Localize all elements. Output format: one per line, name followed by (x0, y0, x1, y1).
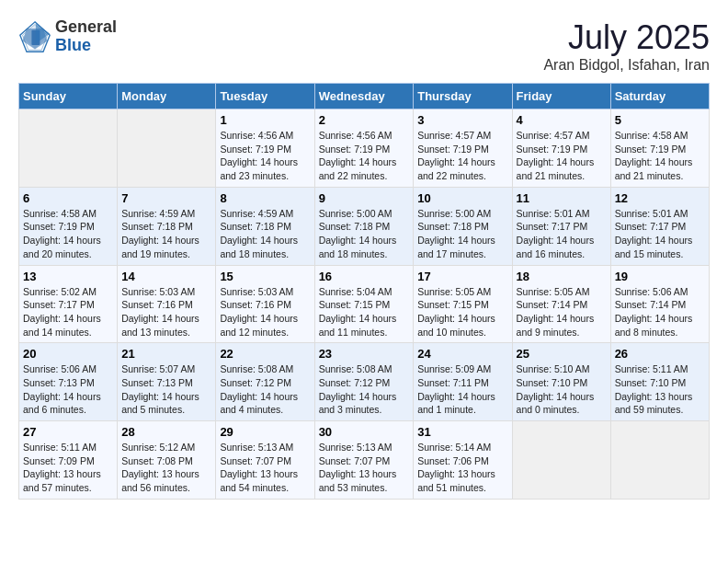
day-number: 18 (517, 270, 607, 283)
header-thursday: Thursday (414, 84, 512, 109)
calendar-cell: 3Sunrise: 4:57 AMSunset: 7:19 PMDaylight… (414, 109, 512, 188)
day-number: 5 (615, 113, 705, 127)
cell-content: Sunrise: 5:04 AMSunset: 7:15 PMDaylight:… (319, 285, 410, 339)
calendar-cell: 5Sunrise: 4:58 AMSunset: 7:19 PMDaylight… (610, 109, 709, 188)
logo: General Blue (18, 18, 117, 55)
day-number: 27 (23, 425, 113, 439)
day-number: 13 (23, 270, 113, 283)
cell-content: Sunrise: 5:08 AMSunset: 7:12 PMDaylight:… (220, 362, 310, 417)
header-tuesday: Tuesday (216, 84, 314, 109)
day-number: 24 (417, 347, 507, 361)
cell-content: Sunrise: 5:07 AMSunset: 7:13 PMDaylight:… (121, 362, 211, 417)
day-number: 7 (121, 191, 211, 205)
calendar-header-row: SundayMondayTuesdayWednesdayThursdayFrid… (19, 84, 710, 109)
day-number: 20 (23, 347, 113, 361)
calendar-cell: 21Sunrise: 5:07 AMSunset: 7:13 PMDayligh… (118, 343, 216, 421)
calendar-cell: 4Sunrise: 4:57 AMSunset: 7:19 PMDaylight… (512, 109, 610, 188)
cell-content: Sunrise: 5:10 AMSunset: 7:10 PMDaylight:… (517, 362, 607, 417)
day-number: 1 (220, 113, 310, 127)
day-number: 9 (319, 191, 410, 205)
calendar-cell: 14Sunrise: 5:03 AMSunset: 7:16 PMDayligh… (118, 265, 216, 343)
cell-content: Sunrise: 5:01 AMSunset: 7:17 PMDaylight:… (615, 207, 705, 261)
calendar-cell: 9Sunrise: 5:00 AMSunset: 7:18 PMDaylight… (314, 187, 414, 265)
header-wednesday: Wednesday (314, 84, 414, 109)
calendar-cell: 25Sunrise: 5:10 AMSunset: 7:10 PMDayligh… (512, 343, 610, 421)
calendar-cell: 28Sunrise: 5:12 AMSunset: 7:08 PMDayligh… (118, 421, 216, 500)
day-number: 11 (517, 191, 607, 205)
cell-content: Sunrise: 5:02 AMSunset: 7:17 PMDaylight:… (23, 285, 113, 339)
calendar-week-row: 20Sunrise: 5:06 AMSunset: 7:13 PMDayligh… (19, 343, 710, 421)
header-sunday: Sunday (19, 84, 118, 109)
title-block: July 2025 Aran Bidgol, Isfahan, Iran (543, 18, 710, 74)
cell-content: Sunrise: 4:57 AMSunset: 7:19 PMDaylight:… (517, 129, 607, 183)
cell-content: Sunrise: 4:56 AMSunset: 7:19 PMDaylight:… (220, 129, 310, 183)
day-number: 8 (220, 191, 310, 205)
calendar-cell: 31Sunrise: 5:14 AMSunset: 7:06 PMDayligh… (414, 421, 512, 500)
calendar-cell (512, 421, 610, 500)
day-number: 2 (319, 113, 410, 127)
cell-content: Sunrise: 5:08 AMSunset: 7:12 PMDaylight:… (319, 362, 410, 417)
calendar-cell: 8Sunrise: 4:59 AMSunset: 7:18 PMDaylight… (216, 187, 314, 265)
calendar-cell: 10Sunrise: 5:00 AMSunset: 7:18 PMDayligh… (414, 187, 512, 265)
calendar-cell: 26Sunrise: 5:11 AMSunset: 7:10 PMDayligh… (610, 343, 709, 421)
cell-content: Sunrise: 5:00 AMSunset: 7:18 PMDaylight:… (417, 207, 507, 261)
day-number: 4 (517, 113, 607, 127)
day-number: 19 (615, 270, 705, 283)
calendar-cell: 23Sunrise: 5:08 AMSunset: 7:12 PMDayligh… (314, 343, 414, 421)
header-friday: Friday (512, 84, 610, 109)
header-saturday: Saturday (610, 84, 709, 109)
calendar-cell: 15Sunrise: 5:03 AMSunset: 7:16 PMDayligh… (216, 265, 314, 343)
logo-text: General Blue (55, 18, 117, 55)
day-number: 30 (319, 425, 410, 439)
cell-content: Sunrise: 5:11 AMSunset: 7:10 PMDaylight:… (615, 362, 705, 417)
cell-content: Sunrise: 5:05 AMSunset: 7:15 PMDaylight:… (417, 285, 507, 339)
day-number: 10 (417, 191, 507, 205)
day-number: 23 (319, 347, 410, 361)
day-number: 28 (121, 425, 211, 439)
cell-content: Sunrise: 5:14 AMSunset: 7:06 PMDaylight:… (417, 441, 507, 495)
calendar-cell: 13Sunrise: 5:02 AMSunset: 7:17 PMDayligh… (19, 265, 118, 343)
calendar-week-row: 27Sunrise: 5:11 AMSunset: 7:09 PMDayligh… (19, 421, 710, 500)
calendar-cell: 19Sunrise: 5:06 AMSunset: 7:14 PMDayligh… (610, 265, 709, 343)
calendar-cell: 24Sunrise: 5:09 AMSunset: 7:11 PMDayligh… (414, 343, 512, 421)
calendar-cell: 30Sunrise: 5:13 AMSunset: 7:07 PMDayligh… (314, 421, 414, 500)
calendar-cell: 7Sunrise: 4:59 AMSunset: 7:18 PMDaylight… (118, 187, 216, 265)
day-number: 25 (517, 347, 607, 361)
day-number: 6 (23, 191, 113, 205)
day-number: 21 (121, 347, 211, 361)
cell-content: Sunrise: 5:03 AMSunset: 7:16 PMDaylight:… (220, 285, 310, 339)
cell-content: Sunrise: 5:06 AMSunset: 7:13 PMDaylight:… (23, 362, 113, 417)
cell-content: Sunrise: 5:05 AMSunset: 7:14 PMDaylight:… (517, 285, 607, 339)
calendar-cell: 1Sunrise: 4:56 AMSunset: 7:19 PMDaylight… (216, 109, 314, 188)
day-number: 14 (121, 270, 211, 283)
page-header: General Blue July 2025 Aran Bidgol, Isfa… (18, 18, 710, 74)
day-number: 16 (319, 270, 410, 283)
calendar-cell (19, 109, 118, 188)
cell-content: Sunrise: 4:59 AMSunset: 7:18 PMDaylight:… (220, 207, 310, 261)
calendar-cell: 16Sunrise: 5:04 AMSunset: 7:15 PMDayligh… (314, 265, 414, 343)
page-title: July 2025 (543, 18, 710, 57)
cell-content: Sunrise: 5:13 AMSunset: 7:07 PMDaylight:… (319, 441, 410, 495)
calendar-cell: 20Sunrise: 5:06 AMSunset: 7:13 PMDayligh… (19, 343, 118, 421)
calendar-cell: 29Sunrise: 5:13 AMSunset: 7:07 PMDayligh… (216, 421, 314, 500)
cell-content: Sunrise: 4:58 AMSunset: 7:19 PMDaylight:… (23, 207, 113, 261)
cell-content: Sunrise: 5:11 AMSunset: 7:09 PMDaylight:… (23, 441, 113, 495)
day-number: 31 (417, 425, 507, 439)
header-monday: Monday (118, 84, 216, 109)
calendar-cell: 18Sunrise: 5:05 AMSunset: 7:14 PMDayligh… (512, 265, 610, 343)
cell-content: Sunrise: 5:01 AMSunset: 7:17 PMDaylight:… (517, 207, 607, 261)
logo-icon (18, 20, 51, 53)
calendar-cell: 17Sunrise: 5:05 AMSunset: 7:15 PMDayligh… (414, 265, 512, 343)
cell-content: Sunrise: 4:58 AMSunset: 7:19 PMDaylight:… (615, 129, 705, 183)
cell-content: Sunrise: 5:03 AMSunset: 7:16 PMDaylight:… (121, 285, 211, 339)
calendar-week-row: 1Sunrise: 4:56 AMSunset: 7:19 PMDaylight… (19, 109, 710, 188)
day-number: 3 (417, 113, 507, 127)
day-number: 22 (220, 347, 310, 361)
cell-content: Sunrise: 4:59 AMSunset: 7:18 PMDaylight:… (121, 207, 211, 261)
calendar-cell (118, 109, 216, 188)
calendar-cell: 2Sunrise: 4:56 AMSunset: 7:19 PMDaylight… (314, 109, 414, 188)
calendar-week-row: 6Sunrise: 4:58 AMSunset: 7:19 PMDaylight… (19, 187, 710, 265)
calendar-table: SundayMondayTuesdayWednesdayThursdayFrid… (18, 83, 710, 500)
calendar-cell: 11Sunrise: 5:01 AMSunset: 7:17 PMDayligh… (512, 187, 610, 265)
cell-content: Sunrise: 4:57 AMSunset: 7:19 PMDaylight:… (417, 129, 507, 183)
